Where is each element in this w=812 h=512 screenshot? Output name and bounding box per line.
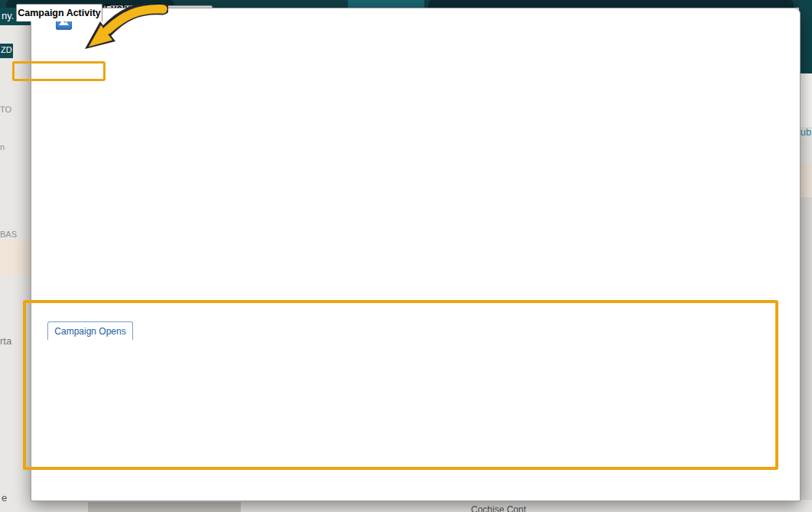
background-tab: [428, 0, 794, 8]
tab-campaign-activity[interactable]: Campaign Activity: [16, 4, 102, 21]
background-block: [799, 73, 812, 127]
background-text-fragment: ZD: [1, 45, 12, 54]
background-text-fragment: e: [2, 492, 7, 504]
background-text-fragment: n: [0, 142, 5, 152]
background-text-fragment: TO: [0, 105, 11, 114]
background-header-right: [799, 0, 812, 73]
evolved-campaign-home-window: [31, 8, 801, 501]
screen: ny. ZD TO n BAS rta e Pub Cochise Cont E…: [0, 0, 812, 512]
background-block: [88, 502, 241, 512]
background-active-tab: [348, 0, 424, 8]
background-text-fragment: Cochise Cont: [471, 504, 526, 512]
background-text-fragment: ny.: [2, 10, 14, 21]
background-text-fragment: BAS: [0, 230, 17, 239]
subtab-campaign-opens[interactable]: Campaign Opens: [47, 321, 133, 340]
background-block: [799, 197, 812, 500]
background-block: [799, 163, 812, 197]
background-block: [0, 240, 31, 276]
background-text-fragment: rta: [0, 335, 11, 347]
